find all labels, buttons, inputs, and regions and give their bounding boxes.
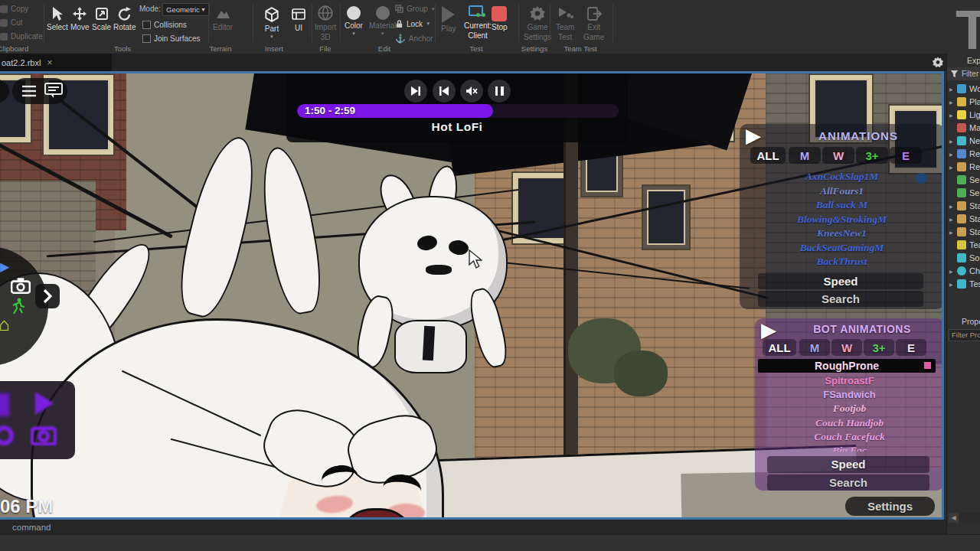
part-button[interactable]: Part▼ — [263, 6, 280, 39]
scrollbar-track[interactable] — [959, 513, 980, 523]
bot-animations-play-icon[interactable]: ▶ — [761, 320, 776, 340]
stop-button[interactable]: Stop — [492, 6, 508, 31]
animations-tab-e[interactable]: E — [890, 147, 922, 164]
viewport-gear-icon[interactable] — [932, 56, 944, 68]
explorer-item[interactable]: ▶ReplicatedFirst — [947, 148, 980, 161]
copy-button[interactable]: Copy — [0, 5, 28, 13]
color-button[interactable]: Color▼ — [345, 6, 363, 36]
bot-animation-item[interactable]: Couch Handjob — [755, 417, 944, 429]
select-tool-button[interactable]: Select — [47, 6, 68, 31]
purple-ring-icon[interactable] — [0, 425, 14, 445]
bot-search-button[interactable]: Search — [767, 474, 929, 491]
expand-arrow-icon[interactable]: ▶ — [949, 112, 953, 118]
viewport[interactable]: 1:50 - 2:59 Hot LoFi ▶ ANIMATIONS ALL M … — [0, 71, 944, 520]
radial-play-icon[interactable]: ▶ — [0, 259, 9, 274]
expand-chevron-button[interactable] — [35, 284, 60, 308]
emote-runner-icon[interactable] — [9, 297, 26, 315]
duplicate-button[interactable]: Duplicate — [0, 32, 43, 41]
bot-tab-e[interactable]: E — [896, 339, 926, 356]
explorer-item[interactable]: ▶NetworkClient — [947, 135, 980, 148]
expand-arrow-icon[interactable]: ▶ — [949, 152, 953, 157]
explorer-item[interactable]: ▶Chat — [947, 265, 980, 278]
game-settings-pill-button[interactable]: Settings — [845, 497, 935, 516]
rotate-tool-button[interactable]: Rotate — [113, 6, 136, 31]
explorer-item[interactable]: ▶StarterGui — [947, 200, 980, 213]
purple-icon-partial[interactable] — [0, 393, 9, 416]
expand-arrow-icon[interactable]: ▶ — [949, 99, 953, 105]
expand-arrow-icon[interactable]: ▶ — [949, 86, 953, 92]
scale-tool-button[interactable]: Scale — [92, 6, 111, 31]
animations-speed-button[interactable]: Speed — [758, 273, 923, 289]
explorer-item[interactable]: ▶Workspace — [947, 83, 980, 96]
animation-item[interactable]: AllFours1 — [740, 185, 944, 197]
command-bar[interactable]: command — [0, 520, 946, 534]
scrollbar-left-arrow[interactable]: ◀ — [949, 513, 959, 523]
animation-item[interactable]: BackThrust — [740, 256, 944, 268]
explorer-item[interactable]: MaterialService — [947, 122, 980, 135]
pause-button[interactable] — [488, 80, 511, 103]
collisions-checkbox[interactable]: Collisions — [142, 21, 187, 29]
animations-tab-m[interactable]: M — [789, 147, 821, 164]
expand-arrow-icon[interactable]: ▶ — [949, 139, 953, 144]
animations-play-icon[interactable]: ▶ — [746, 126, 761, 145]
lock-button[interactable]: Lock▼ — [395, 19, 430, 28]
document-tab[interactable]: oat2.2.rbxl × — [0, 54, 112, 71]
expand-arrow-icon[interactable]: ▶ — [949, 269, 953, 274]
explorer-item[interactable]: ServerScriptService — [947, 174, 980, 187]
bot-animation-item-selected[interactable]: RoughProne — [758, 360, 936, 372]
bot-tab-m[interactable]: M — [799, 339, 830, 356]
bot-animation-item[interactable]: Footjob — [755, 403, 944, 415]
animations-tab-3plus[interactable]: 3+ — [856, 147, 888, 164]
bot-animation-item-clipped[interactable]: Big Fac — [755, 445, 944, 452]
explorer-item[interactable]: ServerStorage — [947, 187, 980, 200]
animation-item[interactable]: Blowing&StrokingM — [740, 214, 944, 226]
explorer-item[interactable]: ▶Lighting — [947, 109, 980, 122]
explorer-filter-row[interactable]: Filter — [947, 67, 980, 80]
mode-dropdown[interactable]: Geometric▼ — [162, 3, 210, 16]
animation-item[interactable]: AxnCockSlap1M — [740, 171, 944, 183]
expand-arrow-icon[interactable]: ▶ — [949, 204, 953, 209]
chat-bubble-icon[interactable] — [44, 83, 63, 99]
tab-close-icon[interactable]: × — [47, 57, 52, 68]
bot-selected-row[interactable]: RoughProne — [758, 359, 936, 373]
bot-tab-all[interactable]: ALL — [763, 339, 796, 356]
explorer-item[interactable]: ▶ReplicatedStorage — [947, 161, 980, 174]
animations-tab-w[interactable]: W — [822, 147, 854, 164]
camera-icon[interactable] — [11, 277, 31, 294]
explorer-item[interactable]: SoundService — [947, 252, 980, 265]
home-icon[interactable]: ⌂ — [0, 314, 10, 335]
skip-previous-button[interactable] — [433, 80, 456, 103]
bot-animation-item[interactable]: FSandwich — [755, 389, 944, 400]
bot-animation-item[interactable]: Couch Facefuck — [755, 431, 944, 443]
animations-search-button[interactable]: Search — [758, 291, 923, 307]
purple-camera-icon[interactable] — [31, 424, 57, 445]
animation-item[interactable]: Ball suck M — [740, 199, 944, 211]
bot-tab-3plus[interactable]: 3+ — [864, 339, 894, 356]
explorer-item[interactable]: ▶TestService — [947, 278, 980, 291]
music-progress-bar[interactable]: 1:50 - 2:59 — [297, 104, 619, 118]
expand-arrow-icon[interactable]: ▶ — [949, 217, 953, 222]
explorer-item[interactable]: ▶StarterPlayer — [947, 226, 980, 239]
explorer-item[interactable]: ▶StarterPack — [947, 213, 980, 226]
properties-filter-input[interactable]: Filter Properties — [949, 329, 980, 341]
explorer-item[interactable]: Teams — [947, 239, 980, 252]
expand-arrow-icon[interactable]: ▶ — [949, 165, 953, 170]
purple-play-icon[interactable] — [35, 392, 54, 415]
bot-animation-item[interactable]: SpitroastF — [755, 375, 944, 386]
skip-next-button[interactable] — [404, 80, 427, 103]
menu-hamburger-icon[interactable] — [21, 84, 37, 98]
expand-arrow-icon[interactable]: ▶ — [949, 230, 953, 235]
explorer-item[interactable]: ▶Players — [947, 96, 980, 109]
bot-speed-button[interactable]: Speed — [767, 456, 929, 473]
current-client-button[interactable]: Current:Client — [464, 5, 492, 40]
join-surfaces-checkbox[interactable]: Join Surfaces — [142, 34, 201, 43]
ui-button[interactable]: UI — [291, 7, 306, 32]
expand-arrow-icon[interactable]: ▶ — [949, 282, 953, 287]
animation-item[interactable]: BackSeatGamingM — [740, 242, 944, 254]
move-tool-button[interactable]: Move — [70, 6, 89, 31]
animation-item[interactable]: KneesNew1 — [740, 227, 944, 240]
mute-button[interactable] — [460, 80, 483, 103]
animations-tab-all[interactable]: ALL — [750, 147, 786, 164]
cut-button[interactable]: Cut — [0, 18, 23, 27]
bot-tab-w[interactable]: W — [831, 339, 862, 356]
